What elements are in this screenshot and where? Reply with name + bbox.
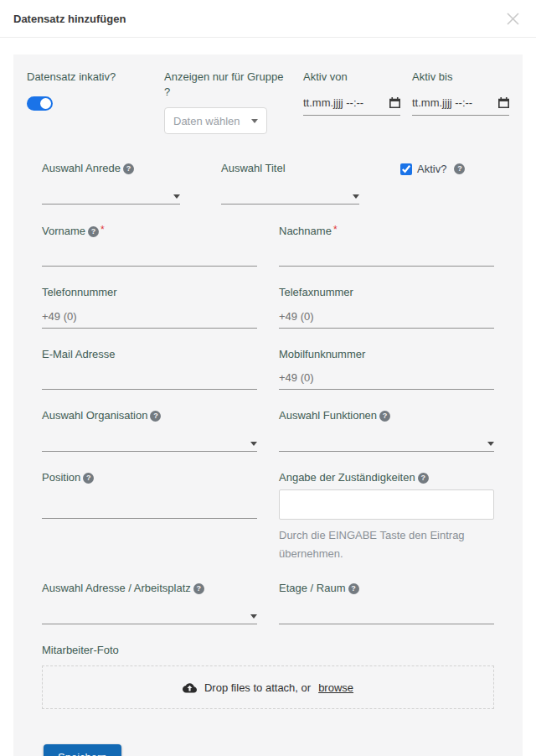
aktiv-bis-input[interactable]: tt.mm.jjjj --:-- — [412, 96, 509, 116]
chevron-down-icon — [353, 194, 359, 199]
aktiv-bis-label: Aktiv bis — [412, 70, 509, 85]
organisation-select[interactable] — [42, 424, 257, 452]
telefax-input[interactable] — [279, 310, 494, 323]
help-icon: ? — [348, 583, 359, 594]
row-adresse-etage: Auswahl Adresse / Arbeitsplatz? Etage / … — [42, 581, 494, 624]
nachname-input[interactable] — [279, 248, 494, 261]
field-funktionen: Auswahl Funktionen? — [279, 408, 494, 452]
zustaendigkeiten-helper-text: Durch die EINGABE Taste den Eintrag über… — [279, 526, 494, 562]
field-zustaendigkeiten: Angabe der Zuständigkeiten? Durch die EI… — [279, 470, 494, 562]
gruppe-select-placeholder: Daten wählen — [173, 115, 240, 127]
zustaendigkeiten-label: Angabe der Zuständigkeiten? — [279, 470, 494, 485]
field-vorname: Vorname?* — [42, 223, 257, 267]
telefon-label: Telefonnummer — [42, 285, 257, 300]
field-titel: Auswahl Titel — [221, 161, 379, 205]
funktionen-label: Auswahl Funktionen? — [279, 408, 494, 423]
titel-label: Auswahl Titel — [221, 161, 379, 176]
field-position: Position? — [42, 470, 257, 562]
funktionen-select[interactable] — [279, 424, 494, 452]
calendar-icon[interactable] — [389, 97, 400, 108]
foto-label: Mitarbeiter-Foto — [42, 643, 494, 658]
row-position-zustaendigkeiten: Position? Angabe der Zuständigkeiten? Du… — [42, 470, 494, 562]
row-org-funktionen: Auswahl Organisation? Auswahl Funktionen… — [42, 408, 494, 452]
foto-dropzone[interactable]: Drop files to attach, or browse — [42, 665, 494, 709]
etage-input[interactable] — [279, 606, 494, 619]
help-icon: ? — [418, 473, 429, 484]
help-icon: ? — [88, 226, 99, 237]
dialog-title: Datensatz hinzufügen — [13, 13, 126, 25]
aktiv-von-placeholder: tt.mm.jjjj --:-- — [303, 96, 363, 109]
row-anrede-titel-aktiv: Auswahl Anrede? Auswahl Titel Aktiv? ? — [42, 161, 494, 205]
chevron-down-icon — [250, 442, 257, 446]
datensatz-inaktiv-label: Datensatz inkativ? — [27, 70, 152, 85]
gruppe-label: Anzeigen nur für Gruppe ? — [164, 70, 291, 99]
titel-select[interactable] — [221, 177, 359, 205]
nachname-label: Nachname* — [279, 223, 494, 239]
calendar-icon[interactable] — [498, 97, 509, 108]
vorname-input[interactable] — [42, 248, 257, 261]
field-gruppe: Anzeigen nur für Gruppe ? Daten wählen — [164, 70, 291, 134]
telefax-label: Telefaxnummer — [279, 285, 494, 300]
adresse-select[interactable] — [42, 597, 257, 624]
field-foto: Mitarbeiter-Foto Drop files to attach, o… — [42, 643, 494, 710]
field-telefon: Telefonnummer — [42, 285, 257, 329]
aktiv-von-label: Aktiv von — [303, 70, 400, 85]
position-label: Position? — [42, 470, 257, 485]
form-panel: Datensatz inkativ? Anzeigen nur für Grup… — [13, 54, 523, 756]
toggle-knob — [40, 98, 51, 109]
help-icon: ? — [193, 583, 204, 594]
email-label: E-Mail Adresse — [42, 347, 257, 362]
etage-label: Etage / Raum? — [279, 581, 494, 596]
cloud-upload-icon — [183, 682, 197, 693]
required-mark: * — [100, 224, 105, 236]
row-name: Vorname?* Nachname* — [42, 223, 494, 267]
top-row: Datensatz inkativ? Anzeigen nur für Grup… — [27, 70, 509, 134]
field-nachname: Nachname* — [279, 223, 494, 267]
row-email-mobil: E-Mail Adresse Mobilfunknummer — [42, 347, 494, 391]
aktiv-checkbox[interactable] — [400, 163, 412, 175]
mobil-label: Mobilfunknummer — [279, 347, 494, 362]
aktiv-label: Aktiv? — [417, 163, 446, 175]
telefon-input[interactable] — [42, 310, 257, 323]
organisation-label: Auswahl Organisation? — [42, 408, 257, 423]
help-icon: ? — [379, 411, 390, 422]
field-datensatz-inaktiv: Datensatz inkativ? — [27, 70, 152, 134]
aktiv-bis-placeholder: tt.mm.jjjj --:-- — [412, 96, 472, 109]
field-etage: Etage / Raum? — [279, 581, 494, 624]
adresse-label: Auswahl Adresse / Arbeitsplatz? — [42, 581, 257, 596]
vorname-label: Vorname?* — [42, 223, 257, 239]
help-icon: ? — [454, 163, 465, 174]
field-telefax: Telefaxnummer — [279, 285, 494, 329]
email-input[interactable] — [42, 371, 257, 384]
dialog-header: Datensatz hinzufügen — [0, 0, 536, 38]
mobil-input[interactable] — [279, 371, 494, 384]
subform: Auswahl Anrede? Auswahl Titel Aktiv? ? — [42, 161, 494, 756]
row-telefon: Telefonnummer Telefaxnummer — [42, 285, 494, 329]
anrede-label: Auswahl Anrede? — [42, 161, 199, 176]
field-organisation: Auswahl Organisation? — [42, 408, 257, 452]
field-aktiv-von: Aktiv von tt.mm.jjjj --:-- — [303, 70, 400, 134]
anrede-select[interactable] — [42, 177, 180, 205]
chevron-down-icon — [487, 442, 494, 446]
field-aktiv: Aktiv? ? — [400, 161, 494, 205]
gruppe-select[interactable]: Daten wählen — [164, 107, 267, 134]
datensatz-inaktiv-toggle[interactable] — [27, 96, 53, 111]
field-email: E-Mail Adresse — [42, 347, 257, 391]
chevron-down-icon — [250, 614, 257, 619]
field-adresse: Auswahl Adresse / Arbeitsplatz? — [42, 581, 257, 624]
required-mark: * — [333, 224, 338, 236]
help-icon: ? — [123, 163, 134, 174]
help-icon: ? — [83, 473, 94, 484]
close-icon[interactable] — [505, 11, 521, 27]
chevron-down-icon — [173, 194, 180, 199]
browse-link[interactable]: browse — [318, 681, 353, 694]
chevron-down-icon — [251, 119, 258, 123]
zustaendigkeiten-input[interactable] — [279, 489, 494, 520]
aktiv-von-input[interactable]: tt.mm.jjjj --:-- — [303, 96, 400, 116]
dropzone-text: Drop files to attach, or — [204, 681, 311, 694]
field-mobil: Mobilfunknummer — [279, 347, 494, 391]
position-input[interactable] — [42, 500, 257, 513]
field-aktiv-bis: Aktiv bis tt.mm.jjjj --:-- — [412, 70, 509, 134]
help-icon: ? — [150, 411, 161, 422]
save-button[interactable]: Speichern — [44, 744, 121, 756]
